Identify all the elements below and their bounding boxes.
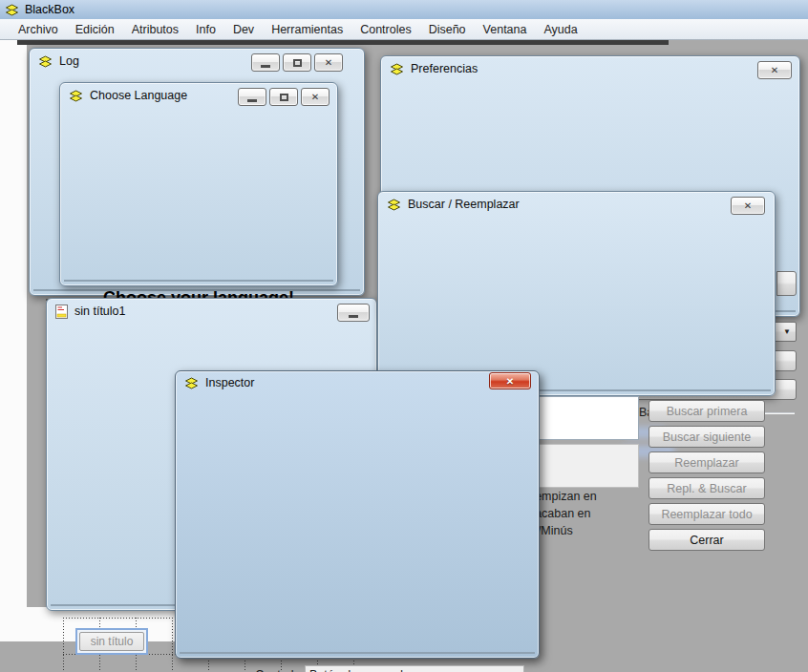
- close-icon: ✕: [771, 65, 778, 75]
- find-replace-window: Buscar / Reemplazar ✕ Buscar: Reemp: Pal…: [377, 191, 776, 396]
- replace-and-find-button[interactable]: Repl. & Buscar: [649, 477, 765, 499]
- minimize-icon: [261, 65, 270, 68]
- command-button-label: sin título: [79, 632, 144, 651]
- selected-command-button[interactable]: sin título: [75, 628, 148, 655]
- close-button[interactable]: ✕: [489, 372, 531, 389]
- designer-title: sin título1: [74, 304, 126, 318]
- log-title: Log: [59, 54, 79, 68]
- menu-controles[interactable]: Controles: [351, 23, 420, 36]
- blackbox-icon: [387, 199, 401, 211]
- blackbox-icon: [390, 63, 404, 75]
- find-replace-titlebar[interactable]: Buscar / Reemplazar: [378, 192, 775, 217]
- menu-atributos[interactable]: Atributos: [123, 23, 187, 36]
- workspace-dark-band: [17, 40, 669, 45]
- menu-herramientas[interactable]: Herramientas: [263, 23, 351, 36]
- minimize-button[interactable]: [251, 53, 280, 72]
- partially-hidden-button[interactable]: [776, 271, 797, 296]
- restore-icon: [280, 94, 288, 101]
- find-next-button[interactable]: Buscar siguiente: [649, 426, 765, 448]
- menu-bar: Archivo Edición Atributos Info Dev Herra…: [0, 19, 808, 40]
- app-titlebar: BlackBox: [0, 0, 808, 19]
- inspector-title: Inspector: [205, 376, 254, 389]
- blackbox-icon: [184, 377, 199, 389]
- minimize-icon: [349, 315, 358, 318]
- menu-archivo[interactable]: Archivo: [10, 23, 67, 36]
- restore-icon: [293, 59, 302, 67]
- replace-all-button[interactable]: Reemplazar todo: [649, 503, 765, 525]
- close-icon: ✕: [311, 92, 319, 102]
- blackbox-icon: [38, 55, 53, 68]
- menu-ayuda[interactable]: Ayuda: [535, 23, 585, 36]
- close-button[interactable]: ✕: [731, 197, 765, 215]
- close-button[interactable]: ✕: [301, 88, 330, 106]
- chevron-down-icon: ▼: [783, 327, 791, 336]
- close-button[interactable]: ✕: [757, 61, 792, 79]
- close-icon: ✕: [506, 376, 514, 387]
- find-replace-title: Buscar / Reemplazar: [408, 198, 520, 211]
- preferences-titlebar[interactable]: Preferencias: [381, 56, 799, 81]
- choose-language-window: Choose Language ✕ Choose your language! …: [59, 82, 338, 286]
- find-first-button[interactable]: Buscar primera: [649, 400, 765, 422]
- close-button[interactable]: ✕: [314, 53, 343, 72]
- minimize-button[interactable]: [238, 88, 266, 106]
- choose-language-title: Choose Language: [90, 89, 187, 102]
- inspector-window: Inspector ✕ Control: Botón de comando Li…: [175, 370, 540, 659]
- minimize-button[interactable]: [337, 304, 370, 322]
- minimize-icon: [247, 99, 257, 102]
- close-icon: ✕: [744, 200, 752, 211]
- menu-diseno[interactable]: Diseño: [420, 23, 475, 36]
- menu-info[interactable]: Info: [187, 23, 224, 36]
- inspector-client: Control: Botón de comando Link: Etiqueta…: [180, 652, 535, 654]
- preferences-title: Preferencias: [411, 62, 478, 75]
- menu-edicion[interactable]: Edición: [67, 23, 123, 36]
- close-dialog-button[interactable]: Cerrar: [649, 529, 765, 551]
- menu-ventana[interactable]: Ventana: [475, 23, 536, 36]
- close-icon: ✕: [325, 57, 332, 68]
- designer-titlebar[interactable]: sin título1: [47, 299, 376, 324]
- choose-language-client: Choose your language! ◄ es ▼ ► ¡Úsalos y…: [64, 280, 333, 282]
- blackbox-icon: [69, 90, 83, 102]
- inspector-titlebar[interactable]: Inspector: [176, 371, 539, 394]
- restore-button[interactable]: [269, 88, 298, 106]
- app-title: BlackBox: [25, 3, 74, 16]
- blackbox-app-icon: [5, 4, 19, 16]
- restore-button[interactable]: [283, 53, 311, 72]
- background-document-edge: [0, 40, 27, 641]
- control-field: Botón de comando: [305, 665, 524, 672]
- menu-dev[interactable]: Dev: [224, 23, 263, 36]
- replace-button[interactable]: Reemplazar: [649, 452, 765, 473]
- control-label: Control:: [190, 668, 297, 672]
- document-icon: [55, 304, 68, 319]
